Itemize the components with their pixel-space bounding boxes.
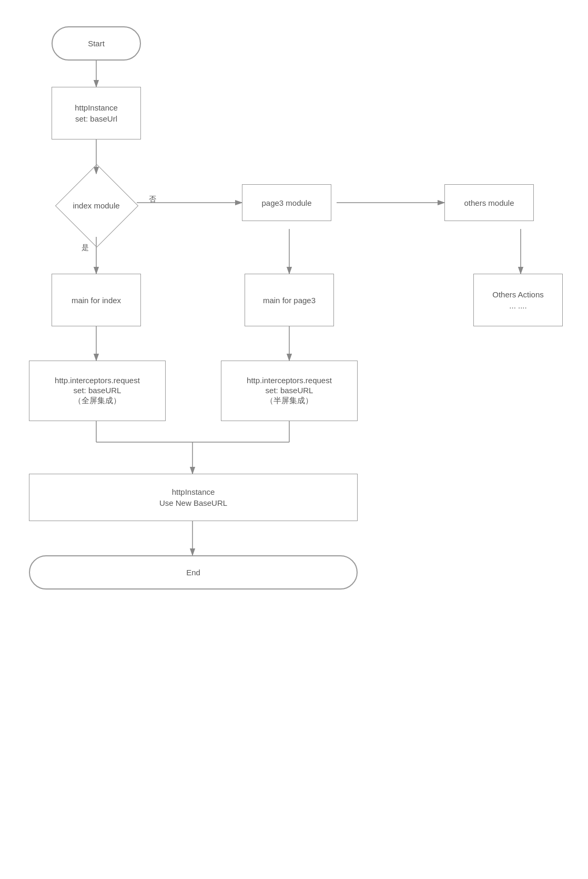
diagram: Start httpInstance set: baseUrl index mo… [0,0,588,879]
interceptor-page3-node: http.interceptors.request set: baseURL （… [221,361,358,421]
start-node: Start [52,26,141,61]
start-label: Start [88,39,105,48]
http-instance-line2: set: baseUrl [75,114,117,123]
http-instance-new-line1: httpInstance [172,487,215,496]
no-label: 否 [149,195,156,204]
end-node: End [29,555,358,590]
interceptor-page3-line2: set: baseURL [266,386,313,395]
interceptor-index-line1: http.interceptors.request [55,376,140,385]
index-module-label: index module [73,201,119,210]
http-instance-node: httpInstance set: baseUrl [52,87,141,139]
main-for-index-node: main for index [52,274,141,326]
interceptor-index-line3: （全屏集成） [74,396,121,406]
end-label: End [186,568,200,577]
diamond-inner: index module [52,174,141,237]
others-actions-line2: ... .... [509,301,526,310]
interceptor-page3-line3: （半屏集成） [266,396,313,406]
others-module-label: others module [464,198,514,207]
page3-module-label: page3 module [261,198,311,207]
main-for-page3-node: main for page3 [245,274,334,326]
page3-module-node: page3 module [242,184,331,221]
http-instance-new-line2: Use New BaseURL [159,498,227,507]
http-instance-new-node: httpInstance Use New BaseURL [29,474,358,521]
main-for-index-label: main for index [72,296,121,305]
http-instance-line1: httpInstance [75,103,118,112]
interceptor-index-line2: set: baseURL [74,386,121,395]
others-actions-line1: Others Actions [492,290,544,299]
interceptor-page3-line1: http.interceptors.request [247,376,332,385]
yes-label: 是 [82,243,89,253]
interceptor-index-node: http.interceptors.request set: baseURL （… [29,361,166,421]
main-for-page3-label: main for page3 [263,296,316,305]
index-module-diamond: index module [52,174,141,237]
others-actions-node: Others Actions ... .... [473,274,563,326]
others-module-node: others module [444,184,534,221]
